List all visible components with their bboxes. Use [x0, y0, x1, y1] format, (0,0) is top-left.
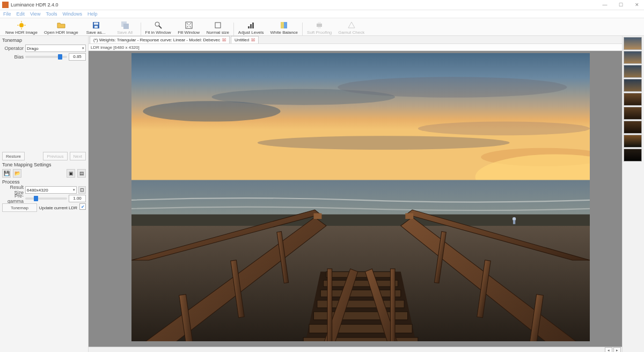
gamut-icon	[347, 21, 356, 30]
white-balance-button[interactable]: White Balance	[267, 20, 301, 35]
exposure-thumbnail[interactable]	[624, 79, 642, 92]
bias-slider[interactable]	[25, 56, 67, 58]
menubar: File Edit View Tools Windows Help	[0, 10, 644, 18]
svg-line-11	[159, 26, 162, 28]
levels-icon	[247, 21, 255, 30]
lock-size-button[interactable]: ⊡	[78, 186, 86, 194]
normal-size-button[interactable]: Normal size	[203, 20, 232, 35]
new-hdr-button[interactable]: New HDR Image	[2, 20, 41, 35]
open-hdr-button[interactable]: Open HDR Image	[41, 20, 82, 35]
svg-rect-9	[123, 24, 129, 29]
toolbar-separator	[302, 23, 303, 35]
close-tab-icon[interactable]: ☒	[251, 38, 255, 42]
chevron-down-icon: ▾	[73, 188, 75, 192]
svg-point-0	[19, 23, 24, 27]
menu-help[interactable]: Help	[87, 11, 98, 17]
export-settings-icon[interactable]: ▣	[67, 169, 75, 178]
close-button[interactable]: ✕	[632, 2, 642, 8]
svg-rect-15	[250, 24, 252, 28]
disk-multi-icon	[121, 21, 129, 30]
tonemap-button[interactable]: Tonemap	[2, 203, 37, 212]
image-info-bar: LDR image [6480 x 4320]	[89, 44, 622, 51]
bias-input[interactable]: 0.85	[69, 53, 86, 61]
import-settings-icon[interactable]: ▤	[77, 169, 86, 178]
menu-tools[interactable]: Tools	[46, 11, 57, 17]
document-tab-hdr[interactable]: (*) Weights: Triangular - Response curve…	[90, 36, 230, 43]
svg-rect-12	[186, 22, 192, 28]
tab-label: Untitled	[235, 38, 249, 42]
svg-marker-22	[348, 22, 355, 28]
save-settings-icon[interactable]: 💾	[2, 169, 11, 178]
menu-view[interactable]: View	[30, 11, 40, 17]
bias-label: Bias	[2, 54, 24, 60]
close-tab-icon[interactable]: ☒	[222, 38, 226, 42]
result-size-row: Result Size 6480x4320 ▾ ⊡	[2, 186, 86, 194]
save-as-button[interactable]: Save as...	[82, 20, 111, 35]
minimize-button[interactable]: —	[600, 2, 610, 8]
exposure-thumbnail[interactable]	[624, 65, 642, 78]
disk-icon	[92, 21, 100, 30]
white-balance-icon	[280, 21, 288, 30]
svg-rect-17	[281, 22, 284, 28]
scroll-right-icon[interactable]: ▸	[613, 347, 621, 352]
previous-button[interactable]: Previous	[43, 152, 67, 160]
exposure-thumbnail[interactable]	[624, 135, 642, 148]
fill-window-button[interactable]: Fill Window	[174, 20, 203, 35]
save-all-label: Save All	[117, 30, 133, 35]
svg-point-10	[155, 22, 159, 26]
normal-size-label: Normal size	[207, 30, 229, 35]
horizontal-scrollbar[interactable]: ◂ ▸	[89, 347, 622, 352]
lock-icon: ⊡	[80, 187, 84, 193]
svg-rect-20	[318, 22, 321, 24]
operator-dropdown[interactable]: Drago ▾	[25, 45, 86, 52]
fit-window-label: Fit in Window	[145, 30, 171, 35]
white-balance-label: White Balance	[270, 30, 298, 35]
gamut-check-button[interactable]: Gamut Check	[335, 20, 368, 35]
exposure-thumbnail[interactable]	[624, 51, 642, 64]
toolbar-separator	[141, 23, 141, 35]
image-canvas[interactable]	[89, 51, 622, 347]
menu-file[interactable]: File	[3, 11, 11, 17]
magnifier-icon	[154, 21, 163, 30]
pregamma-row: Pre-gamma 1.00	[2, 195, 86, 202]
window-title: Luminance HDR 2.4.0	[11, 2, 58, 8]
operator-label: Operator	[2, 46, 24, 51]
exposure-thumbnail[interactable]	[624, 93, 642, 106]
exposure-thumbnail[interactable]	[624, 149, 642, 162]
operator-row: Operator Drago ▾	[2, 45, 86, 52]
soft-proofing-label: Soft Proofing	[307, 30, 332, 35]
pregamma-slider[interactable]	[25, 197, 67, 200]
next-button[interactable]: Next	[70, 152, 86, 160]
adjust-levels-button[interactable]: Adjust Levels	[235, 20, 267, 35]
result-size-dropdown[interactable]: 6480x4320 ▾	[25, 186, 77, 194]
load-settings-icon[interactable]: 📂	[13, 169, 21, 178]
folder-open-icon	[57, 21, 65, 30]
update-ldr-checkbox[interactable]: ✔	[79, 203, 86, 210]
soft-proofing-button[interactable]: Soft Proofing	[304, 20, 335, 35]
fit-window-button[interactable]: Fit in Window	[142, 20, 174, 35]
tab-label: (*) Weights: Triangular - Response curve…	[93, 38, 220, 42]
bias-row: Bias 0.85	[2, 53, 86, 61]
menu-edit[interactable]: Edit	[17, 11, 25, 17]
main-content: Tonemap Operator Drago ▾ Bias 0.85 Resto…	[0, 36, 644, 352]
document-tab-untitled[interactable]: Untitled ☒	[231, 36, 259, 43]
adjust-levels-label: Adjust Levels	[238, 30, 264, 35]
fill-window-label: Fill Window	[178, 30, 200, 35]
ldr-preview-image	[131, 53, 590, 341]
save-all-button[interactable]: Save All	[111, 20, 140, 35]
pregamma-input[interactable]: 1.00	[69, 195, 86, 202]
svg-rect-16	[252, 23, 254, 28]
menu-windows[interactable]: Windows	[62, 11, 82, 17]
svg-rect-6	[94, 23, 98, 25]
tm-settings-title: Tone Mapping Settings	[2, 162, 86, 168]
maximize-button[interactable]: ☐	[616, 2, 626, 8]
restore-button[interactable]: Restore	[2, 152, 25, 160]
save-as-label: Save as...	[86, 30, 106, 35]
exposure-thumbnail[interactable]	[624, 121, 642, 134]
exposure-thumbnail[interactable]	[624, 37, 642, 50]
scroll-left-icon[interactable]: ◂	[605, 347, 612, 352]
exposure-thumbnail[interactable]	[624, 107, 642, 120]
printer-icon	[315, 21, 324, 30]
expand-icon	[185, 21, 193, 30]
result-size-value: 6480x4320	[27, 188, 48, 193]
